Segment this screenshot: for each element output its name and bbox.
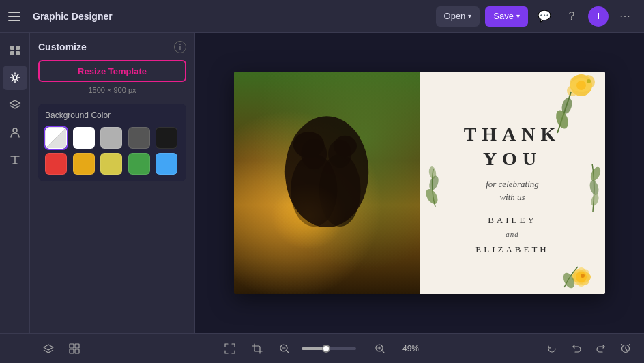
svg-point-34 bbox=[589, 166, 602, 183]
svg-point-32 bbox=[581, 274, 585, 278]
bg-color-title: Background Color bbox=[45, 111, 179, 120]
color-swatch-transparent[interactable] bbox=[45, 127, 67, 149]
main-content: Customize i Resize Template 1500 × 900 p… bbox=[0, 33, 644, 333]
panel-header: Customize i bbox=[38, 41, 186, 53]
history-button[interactable] bbox=[615, 338, 636, 359]
top-bar-actions: Open ▾ Save ▾ 💬 ? I ⋯ bbox=[436, 5, 636, 27]
svg-point-35 bbox=[588, 179, 600, 196]
svg-rect-38 bbox=[75, 344, 79, 348]
sidebar-panel: Customize i Resize Template 1500 × 900 p… bbox=[30, 33, 195, 333]
icon-toolbar bbox=[0, 33, 30, 333]
svg-rect-1 bbox=[16, 46, 20, 50]
resize-template-button[interactable]: Resize Template bbox=[38, 60, 186, 82]
svg-point-21 bbox=[587, 79, 591, 83]
svg-point-20 bbox=[576, 81, 586, 90]
celebrating-text: for celebrating with us bbox=[486, 177, 539, 204]
avatar[interactable]: I bbox=[588, 6, 609, 27]
top-bar: Graphic Designer Open ▾ Save ▾ 💬 ? I ⋯ bbox=[0, 0, 644, 33]
color-swatch-light-gray[interactable] bbox=[100, 127, 122, 149]
svg-point-9 bbox=[328, 140, 351, 169]
help-icon[interactable]: ? bbox=[561, 5, 583, 27]
panel-title: Customize bbox=[38, 42, 87, 53]
svg-point-10 bbox=[293, 132, 324, 158]
svg-rect-0 bbox=[10, 46, 14, 50]
redo-button[interactable] bbox=[591, 338, 611, 359]
color-swatch-amber[interactable] bbox=[73, 153, 95, 175]
tool-add-icon[interactable] bbox=[3, 38, 27, 63]
color-swatch-blue[interactable] bbox=[156, 153, 177, 175]
color-swatch-dark-gray[interactable] bbox=[128, 127, 150, 149]
leaf-right-decoration bbox=[582, 160, 602, 215]
tool-text-icon[interactable] bbox=[3, 147, 27, 172]
color-swatch-red[interactable] bbox=[45, 153, 67, 175]
zoom-level: 49% bbox=[397, 344, 424, 353]
bottom-right-tools bbox=[542, 338, 636, 359]
color-swatch-yellow[interactable] bbox=[100, 153, 122, 175]
canvas-photo-inner bbox=[234, 72, 420, 294]
tool-people-icon[interactable] bbox=[3, 120, 27, 145]
layers-toggle-button[interactable] bbox=[38, 338, 59, 359]
bottom-center-tools: 49% bbox=[220, 338, 424, 359]
canvas-text-side: THANK YOU for celebrating with us BAILEY… bbox=[420, 72, 605, 294]
svg-rect-3 bbox=[16, 51, 20, 55]
zoom-slider-container[interactable] bbox=[302, 347, 363, 350]
svg-rect-40 bbox=[75, 349, 79, 353]
more-options-icon[interactable]: ⋯ bbox=[614, 5, 636, 27]
info-icon[interactable]: i bbox=[174, 41, 186, 53]
svg-rect-39 bbox=[70, 349, 74, 353]
zoom-in-button[interactable] bbox=[370, 338, 390, 359]
color-swatch-green[interactable] bbox=[128, 153, 150, 175]
grid-toggle-button[interactable] bbox=[64, 338, 85, 359]
template-canvas: THANK YOU for celebrating with us BAILEY… bbox=[234, 72, 605, 294]
crop-button[interactable] bbox=[247, 338, 267, 359]
color-swatch-black[interactable] bbox=[156, 127, 177, 149]
open-chevron: ▾ bbox=[468, 12, 471, 20]
menu-icon[interactable] bbox=[8, 8, 25, 25]
svg-rect-37 bbox=[70, 344, 74, 348]
flower-bottom-decoration bbox=[551, 239, 605, 294]
canvas-photo bbox=[234, 72, 420, 294]
color-swatch-white[interactable] bbox=[73, 127, 95, 149]
thank-you-text: THANK YOU bbox=[464, 122, 561, 172]
bg-color-section: Background Color bbox=[38, 104, 186, 182]
canvas-area[interactable]: THANK YOU for celebrating with us BAILEY… bbox=[195, 33, 644, 333]
open-button[interactable]: Open ▾ bbox=[436, 6, 480, 27]
comments-icon[interactable]: 💬 bbox=[533, 5, 555, 27]
save-button[interactable]: Save ▾ bbox=[485, 6, 528, 27]
refresh-button[interactable] bbox=[542, 338, 562, 359]
svg-point-11 bbox=[334, 136, 357, 156]
template-size: 1500 × 900 px bbox=[38, 86, 186, 94]
save-chevron: ▾ bbox=[516, 12, 520, 20]
svg-point-8 bbox=[301, 139, 327, 170]
undo-button[interactable] bbox=[566, 338, 587, 359]
leaf-left-decoration bbox=[425, 156, 445, 210]
names-text: BAILEY and ELIZABETH bbox=[475, 212, 548, 258]
svg-point-4 bbox=[13, 76, 17, 80]
svg-rect-2 bbox=[10, 51, 14, 55]
svg-point-5 bbox=[13, 128, 17, 132]
zoom-out-button[interactable] bbox=[274, 338, 295, 359]
color-grid bbox=[45, 127, 179, 175]
tool-customize-icon[interactable] bbox=[3, 66, 27, 90]
fit-view-button[interactable] bbox=[220, 338, 240, 359]
bottom-left-tools bbox=[38, 338, 85, 359]
and-text: and bbox=[475, 228, 548, 242]
bottom-toolbar: 49% bbox=[0, 333, 644, 363]
svg-point-7 bbox=[319, 154, 361, 227]
svg-point-36 bbox=[589, 193, 600, 207]
tool-layers-icon[interactable] bbox=[3, 93, 27, 117]
app-title: Graphic Designer bbox=[33, 11, 113, 22]
